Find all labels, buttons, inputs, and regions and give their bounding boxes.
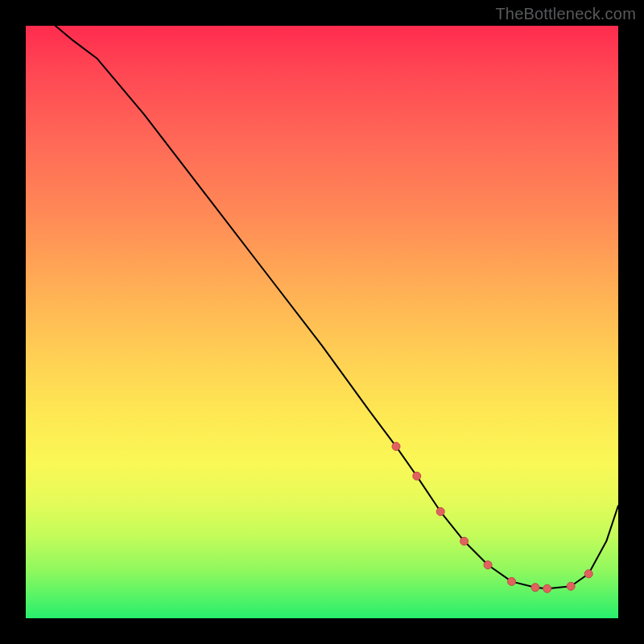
chart-svg xyxy=(26,26,618,618)
watermark-text: TheBottleneck.com xyxy=(495,5,636,23)
marker-point xyxy=(508,577,516,585)
marker-point xyxy=(392,443,400,451)
plot-area xyxy=(26,26,618,618)
chart-container: TheBottleneck.com xyxy=(0,0,644,644)
marker-point xyxy=(484,561,492,569)
curve-line xyxy=(56,26,618,588)
marker-point xyxy=(543,584,551,592)
marker-point xyxy=(436,508,444,516)
marker-point xyxy=(460,537,469,545)
marker-point xyxy=(567,582,575,590)
marker-point xyxy=(531,584,539,592)
marker-point xyxy=(413,472,421,480)
marker-point xyxy=(584,570,592,578)
